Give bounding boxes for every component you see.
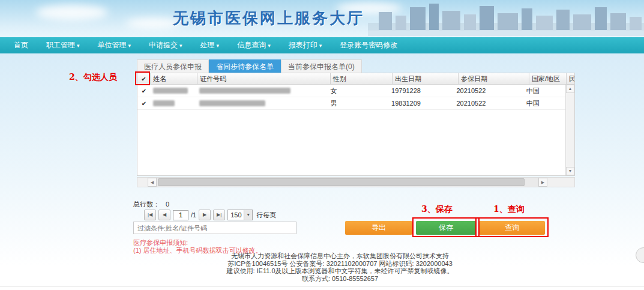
column-header-ethnicity[interactable]: 民族 — [567, 73, 574, 84]
footer-line-browser: 建议使用: IE11.0及以上版本浏览器和中文字符集，未经许可严禁复制或镜像。 — [18, 267, 644, 275]
scroll-up-icon[interactable]: ▲ — [566, 85, 574, 93]
column-header-gender[interactable]: 性别 — [331, 73, 393, 84]
hscroll-track[interactable] — [157, 178, 538, 187]
cloud-decoration — [36, 5, 108, 20]
main-nav: 首页 职工管理▾ 单位管理▾ 申请提交▾ 处理▾ 信息查询▾ 报表打印▾ 登录账… — [0, 37, 644, 53]
page-size-select[interactable]: 150 ▼ — [227, 210, 253, 220]
nav-item-info-query[interactable]: 信息查询▾ — [228, 37, 280, 53]
hscroll-thumb[interactable] — [158, 178, 525, 186]
footer-line-contact: 联系方式: 0510-85552657 — [18, 275, 644, 283]
column-header-enroll-date[interactable]: 参保日期 — [459, 73, 529, 84]
site-title: 无锡市医保网上服务大厅 — [173, 8, 364, 29]
save-button[interactable]: 保存 — [416, 221, 476, 235]
cell-birth-date: 19791228 — [389, 85, 454, 97]
footer-line-icp: 苏ICP备10046515号 公安备案号: 32021102000707 网站标… — [18, 260, 644, 268]
cell-gender: 男 — [328, 97, 389, 109]
per-page-label: 行每页 — [256, 211, 276, 220]
table-row[interactable]: ✔ 女 19791228 20210522 中国 — [137, 85, 565, 97]
horizontal-scrollbar[interactable]: ◀ ▶ — [148, 178, 547, 187]
redacted-name — [153, 100, 175, 106]
chevron-down-icon: ▾ — [217, 43, 220, 49]
nav-item-unit-mgmt[interactable]: 单位管理▾ — [89, 37, 140, 53]
city-skyline-image — [368, 2, 644, 36]
query-button[interactable]: 查询 — [479, 221, 545, 235]
annotation-step3: 3、保存 — [421, 204, 453, 215]
page-total-label: /1 — [191, 211, 196, 219]
column-header-birth-date[interactable]: 出生日期 — [393, 73, 459, 84]
nav-item-report-print[interactable]: 报表打印▾ — [280, 37, 331, 53]
cell-enroll-date: 20210522 — [454, 97, 523, 109]
select-all-checkbox[interactable]: ✔ — [141, 76, 146, 82]
scroll-left-icon[interactable]: ◀ — [148, 178, 157, 187]
cell-country: 中国 — [524, 85, 561, 97]
chevron-down-icon: ▾ — [319, 43, 322, 49]
total-rows-value: 0 — [166, 201, 169, 208]
annotation-step2: 2、勾选人员 — [69, 72, 117, 83]
nav-item-process[interactable]: 处理▾ — [191, 37, 229, 53]
tab-bar: 医疗人员参保申报 省同步待参保名单 当前参保申报名单(0) — [137, 59, 362, 73]
table-header: ✔ 姓名 证件号码 性别 出生日期 参保日期 国家/地区 民族 — [137, 73, 575, 85]
cell-gender: 女 — [328, 85, 389, 97]
page-footer: 无锡市人力资源和社会保障信息中心主办，东软集团股份有限公司技术支持 苏ICP备1… — [18, 252, 644, 282]
first-page-button[interactable]: |◀ — [144, 210, 156, 220]
total-rows: 总行数：0 — [133, 200, 169, 209]
row-checkbox[interactable]: ✔ — [142, 88, 146, 94]
nav-item-account-password[interactable]: 登录账号密码修改 — [331, 37, 406, 53]
chevron-down-icon: ▾ — [179, 43, 182, 49]
select-arrow-icon: ▼ — [244, 210, 252, 220]
last-page-button[interactable]: ▶| — [213, 210, 225, 220]
vertical-scrollbar[interactable]: ▲ ▼ — [565, 85, 574, 175]
prev-page-button[interactable]: ◀ — [158, 210, 170, 220]
column-header-id-number[interactable]: 证件号码 — [197, 73, 331, 84]
page-number-input[interactable] — [173, 210, 188, 220]
scroll-down-icon[interactable]: ▼ — [566, 167, 574, 175]
row-checkbox[interactable]: ✔ — [142, 100, 146, 107]
chevron-down-icon: ▾ — [128, 43, 131, 49]
tab-medical-enrollment-declare[interactable]: 医疗人员参保申报 — [137, 59, 209, 73]
cell-enroll-date: 20210522 — [454, 85, 523, 97]
total-rows-label: 总行数： — [133, 201, 160, 208]
nav-item-apply-submit[interactable]: 申请提交▾ — [140, 37, 191, 53]
chevron-down-icon: ▾ — [77, 43, 80, 49]
cloud-decoration — [126, 18, 180, 29]
annotation-step1: 1、查询 — [493, 204, 525, 215]
next-page-button[interactable]: ▶ — [199, 210, 211, 220]
export-button[interactable]: 导出 — [345, 221, 412, 235]
column-header-name[interactable]: 姓名 — [151, 73, 197, 84]
bottom-divider — [0, 286, 644, 286]
pagination-bar: |◀ ◀ /1 ▶ ▶| 150 ▼ 行每页 — [144, 210, 276, 220]
redacted-id-number — [199, 100, 265, 106]
cell-birth-date: 19831209 — [389, 97, 454, 109]
scroll-right-icon[interactable]: ▶ — [538, 178, 547, 187]
table-body: ✔ 女 19791228 20210522 中国 ✔ 男 19831209 20… — [137, 85, 575, 176]
nav-item-home[interactable]: 首页 — [5, 37, 37, 53]
header-banner: 无锡市医保网上服务大厅 — [0, 0, 644, 37]
notice-title: 医疗参保申报须知: — [133, 239, 262, 247]
filter-input[interactable] — [133, 222, 296, 234]
nav-item-employee-mgmt[interactable]: 职工管理▾ — [37, 37, 89, 53]
tab-province-sync-pending-list[interactable]: 省同步待参保名单 — [209, 59, 281, 73]
page-size-value: 150 — [228, 211, 244, 219]
redacted-name — [153, 88, 188, 94]
chevron-down-icon: ▾ — [268, 43, 271, 49]
tab-current-declare-list[interactable]: 当前参保申报名单(0) — [281, 59, 362, 73]
column-header-country[interactable]: 国家/地区 — [529, 73, 567, 84]
footer-line-host: 无锡市人力资源和社会保障信息中心主办，东软集团股份有限公司技术支持 — [18, 252, 644, 260]
redacted-id-number — [199, 88, 290, 94]
cell-country: 中国 — [524, 97, 561, 109]
table-row[interactable]: ✔ 男 19831209 20210522 中国 — [137, 97, 565, 110]
